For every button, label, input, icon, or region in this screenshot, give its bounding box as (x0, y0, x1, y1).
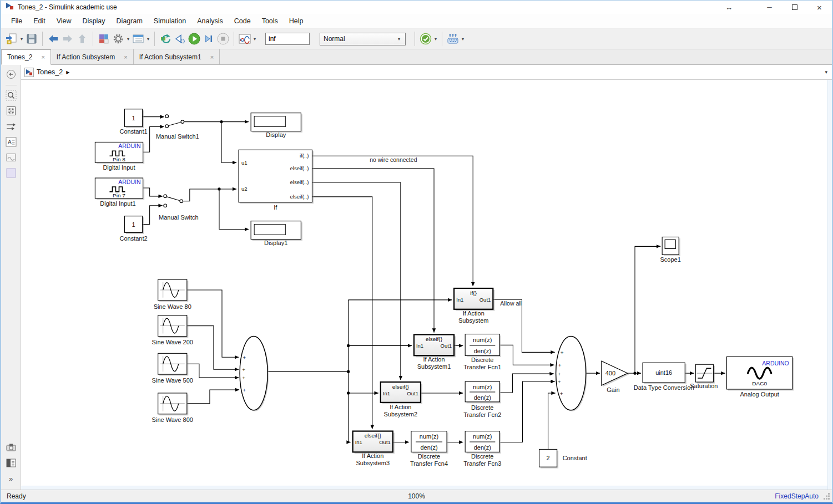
block-constant1[interactable]: 1 Constant1 (119, 109, 147, 135)
vertical-scrollbar[interactable] (827, 80, 832, 490)
block-discrete-transfer-fcn4[interactable]: num(z) den(z) Discrete Transfer Fcn4 (410, 431, 448, 467)
block-constant[interactable]: 2 Constant (539, 449, 587, 468)
breadcrumb-model-name[interactable]: Tones_2 (37, 68, 63, 76)
diagram-canvas[interactable]: no wire connected Allow all 1 Constant1 … (21, 80, 832, 490)
block-sine-wave-500[interactable]: Sine Wave 500 (152, 353, 193, 384)
tab-close-icon[interactable]: × (41, 54, 44, 60)
wire-if-out2-to-ias1[interactable] (312, 169, 434, 332)
block-manual-switch[interactable]: Manual Switch (159, 195, 199, 221)
external-mode-keyboard-button[interactable] (446, 32, 460, 46)
model-settings-caret[interactable]: ▾ (125, 37, 131, 42)
menu-help[interactable]: Help (284, 14, 309, 28)
tab-close-icon[interactable]: × (210, 54, 214, 60)
simulation-data-display-button[interactable] (238, 32, 252, 46)
wire-sine200-to-sum[interactable] (187, 326, 239, 370)
status-solver[interactable]: FixedStepAuto (775, 492, 819, 500)
menu-simulation[interactable]: Simulation (148, 14, 191, 28)
run-button[interactable] (187, 32, 201, 46)
block-add-left[interactable]: + + + + (240, 336, 269, 411)
wire-switch1-to-if-u1[interactable] (221, 122, 236, 163)
model-configuration-button[interactable] (131, 32, 145, 46)
breadcrumb-arrow-icon[interactable]: ▶ (66, 70, 69, 75)
menu-view[interactable]: View (51, 14, 77, 28)
wire-switch-to-if-u2[interactable] (183, 189, 236, 201)
step-back-button[interactable] (173, 32, 187, 46)
block-sine-wave-800[interactable]: Sine Wave 800 (152, 393, 193, 423)
block-if-action-subsystem3[interactable]: elseif{} In1 Out1 If Action Subsystem3 (353, 431, 395, 467)
menu-file[interactable]: File (6, 14, 28, 28)
block-data-type-conversion[interactable]: uint16 Data Type Conversion (634, 363, 694, 391)
save-button[interactable] (24, 32, 39, 46)
block-discrete-transfer-fcn3[interactable]: num(z) den(z) Discrete Transfer Fcn3 (463, 431, 501, 467)
block-constant2[interactable]: 1 Constant2 (119, 216, 147, 242)
menu-diagram[interactable]: Diagram (111, 14, 148, 28)
block-saturation[interactable]: Saturation (690, 364, 718, 389)
update-diagram-button[interactable] (158, 32, 173, 46)
menu-analysis[interactable]: Analysis (191, 14, 229, 28)
model-advisor-caret[interactable]: ▾ (433, 37, 438, 42)
up-button[interactable] (75, 32, 89, 46)
model-settings-gear-icon[interactable] (111, 32, 125, 46)
block-scope1[interactable]: Scope1 (660, 237, 681, 263)
block-if-action-subsystem1[interactable]: elseif{} In1 Out1 If Action Subsystem1 (414, 335, 456, 370)
block-digital-input[interactable]: ARDUIN Pin 8 Digital Input (95, 142, 144, 171)
viewmarks-icon[interactable] (4, 456, 18, 470)
new-model-button[interactable] (4, 32, 19, 46)
model-configuration-caret[interactable]: ▾ (145, 37, 151, 42)
area-box-icon[interactable] (4, 166, 18, 180)
model-advisor-check-button[interactable] (418, 32, 433, 46)
block-display1[interactable]: Display1 (251, 221, 302, 247)
simulation-data-display-caret[interactable]: ▾ (252, 37, 258, 42)
new-model-caret[interactable]: ▾ (19, 37, 24, 42)
block-gain[interactable]: 400 Gain (602, 361, 629, 393)
step-forward-button[interactable] (201, 32, 216, 46)
maximize-button[interactable] (782, 1, 807, 14)
palette-expand-chevrons[interactable]: » (4, 472, 18, 485)
tab-tones-2[interactable]: Tones_2 × (1, 49, 51, 65)
block-analog-output[interactable]: ARDUINO DAC0 Analog Output (726, 357, 794, 398)
horizontal-scrollbar[interactable] (21, 486, 827, 490)
fit-to-view-icon[interactable] (4, 104, 18, 118)
block-manual-switch1[interactable]: Manual Switch1 (156, 115, 199, 140)
forward-button[interactable] (60, 32, 75, 46)
wire-branch-to-scope1[interactable] (635, 246, 660, 373)
zoom-region-icon[interactable] (4, 89, 18, 102)
wire-if-out3-to-ias2[interactable] (312, 182, 400, 380)
menu-code[interactable]: Code (229, 14, 256, 28)
wire-sine800-to-sum[interactable] (187, 390, 239, 404)
block-sine-wave-200[interactable]: Sine Wave 200 (152, 315, 193, 346)
wire-sine500-to-sum[interactable] (187, 364, 239, 378)
block-digital-input1[interactable]: ARDUIN Pin 7 Digital Input1 (95, 178, 144, 207)
wire-if-out1-to-ias[interactable] (312, 156, 473, 286)
tab-close-icon[interactable]: × (124, 54, 127, 60)
annotation-no-wire-connected[interactable]: no wire connected (370, 157, 417, 163)
annotation-allow-all[interactable]: Allow all (500, 301, 522, 307)
resize-grip[interactable] (824, 493, 830, 501)
wire-dtf1-to-sum2[interactable] (499, 345, 554, 365)
menu-tools[interactable]: Tools (256, 14, 284, 28)
wire-if-out4-to-ias3[interactable] (312, 197, 372, 429)
annotation-icon[interactable]: A (4, 135, 18, 149)
wire-pin7-to-switch[interactable] (143, 188, 163, 196)
screenshot-camera-icon[interactable] (4, 441, 18, 454)
back-button[interactable] (46, 32, 60, 46)
block-sine-wave-80[interactable]: Sine Wave 80 (154, 279, 191, 310)
wire-dtf2-to-sum2[interactable] (499, 374, 553, 393)
wire-dtf3-to-sum2[interactable] (499, 381, 554, 442)
menu-display[interactable]: Display (77, 14, 111, 28)
wire-sine80-to-sum[interactable] (187, 290, 239, 357)
library-browser-button[interactable] (97, 32, 111, 46)
stop-button[interactable] (216, 32, 230, 46)
block-display[interactable]: Display (251, 113, 302, 139)
tab-if-action-subsystem1[interactable]: If Action Subsystem1 × (134, 49, 220, 64)
close-button[interactable]: × (807, 1, 832, 14)
breadcrumb-expand-caret[interactable]: ▾ (825, 69, 827, 75)
block-discrete-transfer-fcn2[interactable]: num(z) den(z) Discrete Transfer Fcn2 (463, 381, 501, 418)
wire-constant-to-sum2[interactable] (548, 393, 556, 449)
window-resize-icon[interactable]: ↔ (716, 1, 741, 14)
external-mode-caret[interactable]: ▾ (460, 37, 466, 42)
simulation-mode-select[interactable]: Normal ▾ (320, 33, 406, 45)
stop-time-input[interactable] (265, 33, 310, 45)
tab-if-action-subsystem[interactable]: If Action Subsystem × (51, 49, 134, 64)
hide-browser-arrow-icon[interactable] (4, 68, 18, 81)
